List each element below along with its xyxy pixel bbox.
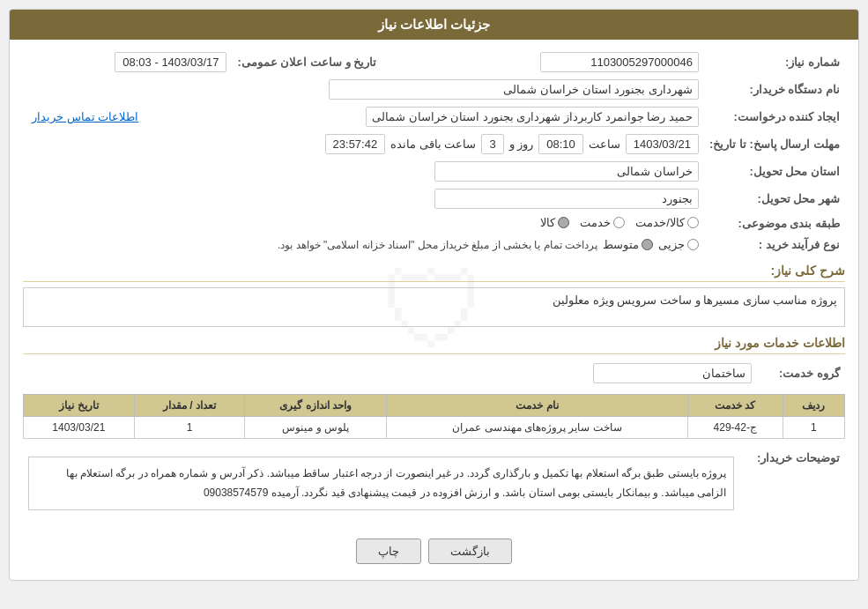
radio-icon-selected	[558, 217, 569, 228]
deadline-time-label: ساعت	[589, 137, 620, 151]
table-row: طبقه بندی موضوعی: کالا/خدمت خدمت	[23, 212, 845, 234]
radio-icon-selected	[642, 239, 653, 250]
table-row: گروه خدمت: ساختمان	[23, 360, 845, 387]
info-table: شماره نیاز: 1103005297000046 تاریخ و ساع…	[23, 48, 845, 255]
creator-box: حمید رضا جوانمرد کاربرداز شهرداری بجنورد…	[366, 107, 699, 127]
category-label-khadamat: خدمت	[580, 216, 611, 229]
category-label-kala: کالا	[540, 216, 555, 229]
card-header: جزئیات اطلاعات نیاز	[10, 10, 858, 40]
process-label-motavasset: متوسط	[603, 238, 639, 251]
print-button[interactable]: چاپ	[356, 538, 421, 564]
category-row: کالا/خدمت خدمت کالا	[23, 212, 704, 234]
category-option-kala-khadamat[interactable]: کالا/خدمت	[635, 216, 699, 229]
footer-buttons: بازگشت چاپ	[23, 528, 845, 571]
process-label: نوع فرآیند خرید :	[704, 234, 845, 255]
services-table-body: 1ج-42-429ساخت سایر پروژه‌های مهندسی عمرا…	[24, 417, 845, 439]
radio-icon	[613, 217, 625, 228]
col-name: نام خدمت	[387, 395, 687, 417]
process-option-motavasset[interactable]: متوسط	[603, 238, 653, 251]
creator-label: ایجاد کننده درخواست:	[704, 103, 845, 130]
province-box: خراسان شمالی	[434, 161, 699, 182]
category-label-kala-khadamat: کالا/خدمت	[635, 216, 685, 229]
col-date: تاریخ نیاز	[24, 395, 135, 417]
process-label-jozii: جزیی	[658, 238, 685, 251]
deadline-row: 1403/03/21 ساعت 08:10 روز و 3 ساعت باقی …	[23, 130, 704, 158]
category-radio-group: کالا/خدمت خدمت کالا	[540, 216, 699, 229]
category-option-kala[interactable]: کالا	[540, 216, 569, 229]
description-section: شرح کلی نیاز: پروژه مناسب سازی مسیرها و …	[23, 264, 845, 327]
deadline-day-label: روز و	[509, 137, 534, 151]
table-row: ایجاد کننده درخواست: حمید رضا جوانمرد کا…	[23, 103, 845, 130]
table-row: توضیحات خریدار: پروژه بایستی طبق برگه اس…	[23, 446, 845, 521]
process-flex: جزیی متوسط پرداخت تمام یا بخشی از مبلغ خ…	[28, 238, 699, 251]
description-box-wrap: پروژه مناسب سازی مسیرها و ساخت سرویس ویژ…	[23, 287, 845, 327]
main-card: جزئیات اطلاعات نیاز 🛡 شماره نیاز: 110300…	[9, 9, 859, 581]
process-note: پرداخت تمام یا بخشی از مبلغ خریداز محل "…	[278, 239, 597, 251]
table-row: 1ج-42-429ساخت سایر پروژه‌های مهندسی عمرا…	[24, 417, 845, 439]
table-row: مهلت ارسال پاسخ: تا تاریخ: 1403/03/21 سا…	[23, 130, 845, 158]
table-row: نام دستگاه خریدار: شهرداری بجنورد استان …	[23, 76, 845, 103]
need-number-label: شماره نیاز:	[704, 48, 845, 76]
process-row: جزیی متوسط پرداخت تمام یا بخشی از مبلغ خ…	[23, 234, 704, 255]
buyer-box: شهرداری بجنورد استان خراسان شمالی	[329, 79, 699, 100]
province-label: استان محل تحویل:	[704, 158, 845, 185]
col-quantity: تعداد / مقدار	[134, 395, 245, 417]
deadline-remaining-box: 23:57:42	[325, 134, 386, 154]
col-code: کد خدمت	[687, 395, 783, 417]
service-group-box: ساختمان	[593, 363, 752, 383]
category-option-khadamat[interactable]: خدمت	[580, 216, 625, 229]
services-table: ردیف کد خدمت نام خدمت واحد اندازه گیری ت…	[23, 394, 845, 439]
service-group-value: ساختمان	[23, 360, 757, 387]
service-group-label: گروه خدمت:	[757, 360, 845, 387]
deadline-date-box: 1403/03/21	[626, 134, 699, 154]
announcement-date-value: 1403/03/17 - 08:03	[23, 48, 232, 76]
announcement-date-box: 1403/03/17 - 08:03	[115, 52, 226, 72]
city-value: بجنورد	[23, 185, 704, 212]
deadline-flex: 1403/03/21 ساعت 08:10 روز و 3 ساعت باقی …	[28, 134, 699, 154]
table-cell: ساخت سایر پروژه‌های مهندسی عمران	[387, 417, 687, 439]
header-title: جزئیات اطلاعات نیاز	[378, 17, 490, 32]
need-number-value: 1103005297000046	[394, 48, 704, 76]
radio-icon	[687, 239, 699, 250]
deadline-days-box: 3	[481, 134, 503, 154]
table-cell: 1403/03/21	[24, 417, 135, 439]
buyer-notes-label: توضیحات خریدار:	[739, 446, 845, 521]
creator-value: حمید رضا جوانمرد کاربرداز شهرداری بجنورد…	[232, 103, 703, 130]
description-value: پروژه مناسب سازی مسیرها و ساخت سرویس ویژ…	[553, 293, 837, 307]
buyer-label: نام دستگاه خریدار:	[704, 76, 845, 103]
col-unit: واحد اندازه گیری	[245, 395, 387, 417]
table-row: نوع فرآیند خرید : جزیی متوسط پرداخت	[23, 234, 845, 255]
deadline-label: مهلت ارسال پاسخ: تا تاریخ:	[704, 130, 845, 158]
services-table-header: ردیف کد خدمت نام خدمت واحد اندازه گیری ت…	[24, 395, 845, 417]
need-number-box: 1103005297000046	[540, 52, 699, 72]
service-group-table: گروه خدمت: ساختمان	[23, 360, 845, 387]
table-row: شهر محل تحویل: بجنورد	[23, 185, 845, 212]
announcement-date-label: تاریخ و ساعت اعلان عمومی:	[232, 48, 394, 76]
buyer-notes-cell: پروژه بایستی طبق برگه استعلام بها تکمیل …	[23, 446, 739, 521]
table-cell: ج-42-429	[687, 417, 783, 439]
card-body: 🛡 شماره نیاز: 1103005297000046 تاریخ و س…	[10, 40, 858, 580]
deadline-remaining-label: ساعت باقی مانده	[390, 137, 476, 151]
col-row: ردیف	[783, 395, 844, 417]
description-title: شرح کلی نیاز:	[23, 264, 845, 282]
services-section-title: اطلاعات خدمات مورد نیاز	[23, 336, 845, 354]
contact-link[interactable]: اطلاعات تماس خریدار	[32, 110, 138, 123]
city-label: شهر محل تحویل:	[704, 185, 845, 212]
process-option-jozii[interactable]: جزیی	[658, 238, 699, 251]
table-row: ردیف کد خدمت نام خدمت واحد اندازه گیری ت…	[24, 395, 845, 417]
radio-icon	[687, 217, 699, 228]
category-label: طبقه بندی موضوعی:	[704, 212, 845, 234]
table-cell: پلوس و مینوس	[245, 417, 387, 439]
province-value: خراسان شمالی	[23, 158, 704, 185]
buyer-notes-box: پروژه بایستی طبق برگه استعلام بها تکمیل …	[28, 457, 734, 510]
city-box: بجنورد	[434, 189, 699, 209]
deadline-time-box: 08:10	[538, 134, 583, 154]
buyer-notes-table: توضیحات خریدار: پروژه بایستی طبق برگه اس…	[23, 446, 845, 521]
table-row: شماره نیاز: 1103005297000046 تاریخ و ساع…	[23, 48, 845, 76]
table-cell: 1	[134, 417, 245, 439]
buyer-value: شهرداری بجنورد استان خراسان شمالی	[23, 76, 704, 103]
table-cell: 1	[783, 417, 844, 439]
table-row: استان محل تحویل: خراسان شمالی	[23, 158, 845, 185]
back-button[interactable]: بازگشت	[428, 538, 512, 564]
